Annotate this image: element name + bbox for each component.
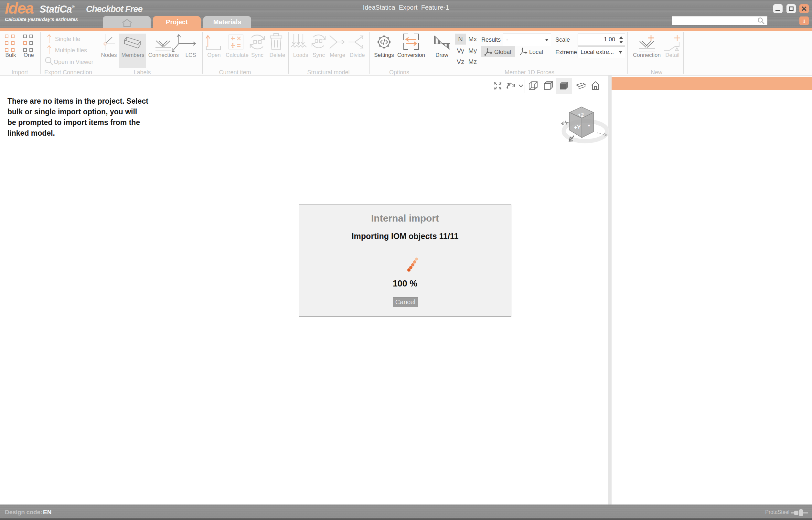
svg-text:+Y: +Y: [574, 125, 581, 130]
svg-text:+: +: [588, 123, 590, 128]
svg-text:+Z: +Z: [578, 112, 585, 118]
